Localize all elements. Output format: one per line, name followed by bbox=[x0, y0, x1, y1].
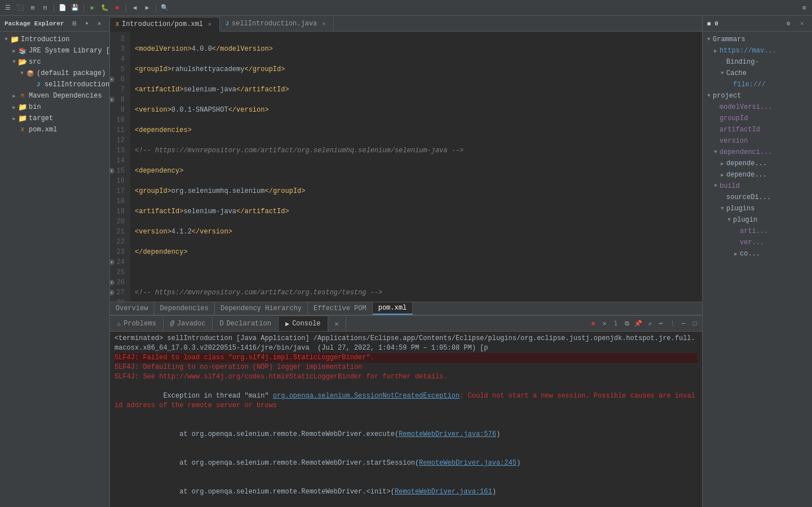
ln-28: 28 bbox=[110, 298, 127, 302]
toolbar-icon-2[interactable]: ⬛ bbox=[15, 2, 26, 14]
ln-15: •15 bbox=[110, 166, 127, 176]
tab-pom-xml[interactable]: X Introduction/pom.xml ✕ bbox=[110, 17, 220, 32]
right-panel-settings[interactable]: ⚙ bbox=[783, 18, 794, 29]
right-arrow-mv bbox=[712, 103, 720, 111]
console-tab-declaration[interactable]: D Declaration bbox=[213, 316, 278, 331]
tree-item-src[interactable]: ▼ 📂 src bbox=[0, 56, 109, 68]
console-wrap-icon[interactable]: ↩ bbox=[656, 319, 666, 329]
file-tab-dependencies[interactable]: Dependencies bbox=[155, 302, 215, 315]
fold-6[interactable]: • bbox=[110, 77, 114, 82]
fold-8[interactable]: • bbox=[110, 97, 114, 103]
console-minimize-icon[interactable]: ─ bbox=[678, 319, 689, 329]
fold-27[interactable]: • bbox=[110, 290, 114, 296]
tree-item-sell-intro[interactable]: J sellIntroduction.java bbox=[0, 79, 109, 90]
right-item-config[interactable]: ▶ co... bbox=[703, 248, 812, 259]
tree-item-jre[interactable]: ▶ 📚 JRE System Library [JavaS...] bbox=[0, 45, 109, 56]
console-tab-console[interactable]: ▶ Console bbox=[279, 316, 328, 331]
link-rwd-245[interactable]: RemoteWebDriver.java:245 bbox=[419, 459, 517, 467]
right-item-plugins[interactable]: ▼ plugins bbox=[703, 203, 812, 214]
toolbar-save-icon[interactable]: 💾 bbox=[69, 2, 81, 14]
tree-item-pom[interactable]: X pom.xml bbox=[0, 124, 109, 135]
right-item-project[interactable]: ▼ project bbox=[703, 90, 812, 102]
toolbar-stop-icon[interactable]: ■ bbox=[112, 2, 123, 14]
link-rwd-576[interactable]: RemoteWebDriver.java:576 bbox=[399, 430, 496, 438]
right-item-sourcedir[interactable]: sourceDi... bbox=[703, 192, 812, 203]
tree-item-maven-deps[interactable]: ▶ M Maven Dependencies bbox=[0, 90, 109, 102]
console-content[interactable]: <terminated> sellIntroduction [Java Appl… bbox=[110, 332, 702, 507]
ln-11: 11 bbox=[110, 125, 127, 135]
link-rwd-161[interactable]: RemoteWebDriver.java:161 bbox=[395, 488, 492, 496]
file-tab-effective-pom[interactable]: Effective POM bbox=[308, 302, 373, 315]
console-more-icon[interactable]: ⋮ bbox=[667, 319, 677, 329]
tab-pom-close[interactable]: ✕ bbox=[206, 20, 214, 28]
tree-arrow-src: ▼ bbox=[10, 58, 18, 66]
right-item-dep1[interactable]: ▶ depende... bbox=[703, 158, 812, 169]
ln-23: 23 bbox=[110, 247, 127, 257]
tree-item-default-package[interactable]: ▼ 📦 (default package) bbox=[0, 68, 109, 79]
right-item-build[interactable]: ▼ build bbox=[703, 180, 812, 192]
file-tab-overview[interactable]: Overview bbox=[110, 302, 155, 315]
right-item-grammars[interactable]: ▼ Grammars bbox=[703, 34, 812, 45]
console-stack-1: at org.openqa.selenium.remote.RemoteWebD… bbox=[114, 420, 698, 449]
right-label-project: project bbox=[713, 92, 741, 100]
toolbar-back-icon[interactable]: ◀ bbox=[129, 2, 140, 14]
right-item-version[interactable]: version bbox=[703, 135, 812, 147]
console-tab-javadoc[interactable]: @ Javadoc bbox=[164, 316, 213, 331]
sidebar-collapse-icon[interactable]: ⊟ bbox=[69, 18, 80, 29]
fold-24[interactable]: • bbox=[110, 259, 114, 265]
file-tab-dep-hierarchy[interactable]: Dependency Hierarchy bbox=[215, 302, 308, 315]
right-item-ver[interactable]: ver... bbox=[703, 237, 812, 248]
toolbar-debug-icon[interactable]: 🐛 bbox=[99, 2, 111, 14]
toolbar-settings-icon[interactable]: ⚙ bbox=[798, 2, 810, 14]
right-item-https[interactable]: ▶ https://mav... bbox=[703, 45, 812, 56]
code-editor[interactable]: 2 3 4 5 •6 7 •8 9 10 11 12 13 14 bbox=[110, 32, 702, 302]
toolbar-run-icon[interactable]: ▶ bbox=[87, 2, 98, 14]
console-maximize-icon[interactable]: □ bbox=[690, 319, 700, 329]
tree-item-target[interactable]: ▶ 📁 target bbox=[0, 113, 109, 124]
right-item-dependencies[interactable]: ▼ dependenci... bbox=[703, 147, 812, 158]
tab-sell-intro[interactable]: J sellIntroduction.java ✕ bbox=[220, 16, 334, 31]
file-tab-pom-xml[interactable]: pom.xml bbox=[373, 302, 413, 315]
right-item-dep2[interactable]: ▶ depende... bbox=[703, 169, 812, 180]
right-item-binding[interactable]: Binding- bbox=[703, 56, 812, 68]
toolbar-forward-icon[interactable]: ▶ bbox=[142, 2, 153, 14]
toolbar-icon-3[interactable]: ⊞ bbox=[27, 2, 38, 14]
right-label-config: co... bbox=[740, 250, 760, 258]
right-item-groupid[interactable]: groupId bbox=[703, 113, 812, 124]
console-clear-icon[interactable]: ✕ bbox=[599, 319, 610, 329]
sidebar-close-icon[interactable]: ✕ bbox=[94, 18, 105, 29]
fold-26[interactable]: • bbox=[110, 280, 114, 285]
right-item-artifactid[interactable]: artifactId bbox=[703, 124, 812, 135]
console-tab-problems[interactable]: ⚠ Problems bbox=[110, 316, 164, 331]
ln-7: 7 bbox=[110, 85, 127, 95]
console-stop-icon[interactable]: ■ bbox=[588, 319, 598, 329]
sidebar-menu-icon[interactable]: ▾ bbox=[81, 18, 92, 29]
console-open-icon[interactable]: ⇗ bbox=[645, 319, 655, 329]
right-item-plugin[interactable]: ▼ plugin bbox=[703, 214, 812, 226]
console-copy-icon[interactable]: ⧉ bbox=[622, 319, 632, 329]
right-item-modelversion[interactable]: modelVersi... bbox=[703, 102, 812, 113]
right-panel-close-btn[interactable]: ✕ bbox=[796, 18, 807, 29]
ln-4: 4 bbox=[110, 54, 127, 64]
console-pin-icon[interactable]: 📌 bbox=[633, 319, 643, 329]
console-scroll-lock-icon[interactable]: ⤵ bbox=[611, 319, 621, 329]
right-arrow-ver2 bbox=[732, 239, 740, 246]
toolbar-icon-4[interactable]: ⊟ bbox=[39, 2, 51, 14]
toolbar-search-icon[interactable]: 🔍 bbox=[159, 2, 170, 14]
right-item-cache[interactable]: ▼ Cache bbox=[703, 68, 812, 79]
console-tab-close[interactable]: ✕ bbox=[328, 316, 346, 331]
right-item-arti[interactable]: arti... bbox=[703, 226, 812, 237]
java-file-icon: J bbox=[34, 80, 43, 89]
tab-sell-close[interactable]: ✕ bbox=[320, 20, 328, 28]
tree-item-bin[interactable]: ▶ 📁 bin bbox=[0, 102, 109, 113]
tree-label-introduction: Introduction bbox=[21, 36, 69, 43]
tree-item-introduction[interactable]: ▼ 📁 Introduction bbox=[0, 34, 109, 45]
toolbar-new-icon[interactable]: 📄 bbox=[57, 2, 68, 14]
right-label-arti: arti... bbox=[740, 227, 768, 235]
session-not-created-link[interactable]: org.openqa.selenium.SessionNotCreatedExc… bbox=[273, 392, 460, 400]
line-numbers: 2 3 4 5 •6 7 •8 9 10 11 12 13 14 bbox=[110, 32, 130, 302]
fold-15[interactable]: • bbox=[110, 168, 114, 174]
toolbar-icon-1[interactable]: ☰ bbox=[2, 2, 14, 14]
code-content[interactable]: <modelVersion>4.0.0</modelVersion> <grou… bbox=[130, 32, 702, 302]
right-item-file[interactable]: file:/// bbox=[703, 79, 812, 90]
